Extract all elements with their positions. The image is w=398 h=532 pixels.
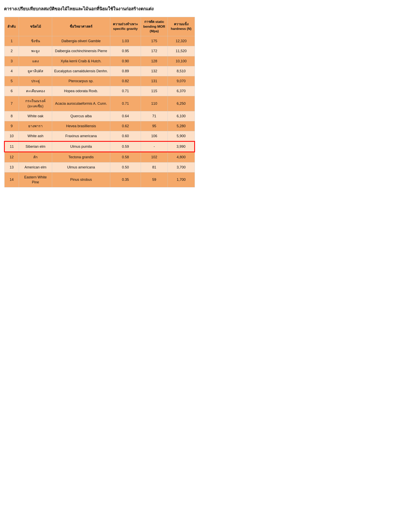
cell-sg: 0.90	[110, 56, 141, 66]
cell-scientific: Ulmus pumila	[52, 141, 110, 152]
cell-hardness: 12,320	[168, 36, 195, 46]
cell-species: กระถินณรงค์ (อะเคเซีย)	[19, 96, 52, 111]
cell-num: 12	[4, 152, 19, 162]
cell-hardness: 1,700	[168, 172, 195, 187]
cell-sg: 0.71	[110, 86, 141, 96]
cell-hardness: 8,510	[168, 66, 195, 76]
cell-num: 1	[4, 36, 19, 46]
table-row: 3แดงXylia kerrii Craib & Hutch.0.9012810…	[4, 56, 195, 66]
cell-scientific: Eucalyptus camaldulensis Denhn.	[52, 66, 110, 76]
page-title: ตารางเปรียบเทียบกลสมบัติของไม้ไทยและไม้น…	[4, 6, 195, 12]
cell-num: 6	[4, 86, 19, 96]
header-hardness: ความแข็ง hardness (N)	[168, 17, 195, 36]
cell-sg: 0.58	[110, 152, 141, 162]
cell-species: แดง	[19, 56, 52, 66]
cell-scientific: Hopea odorata Roxb.	[52, 86, 110, 96]
table-row: 8White oakQuercus alba0.64716,100	[4, 111, 195, 121]
cell-bending: 59	[141, 172, 168, 187]
cell-scientific: Pinus strobus	[52, 172, 110, 187]
cell-hardness: 9,070	[168, 76, 195, 86]
cell-species: ยูคาลิปตัส	[19, 66, 52, 76]
cell-sg: 1.03	[110, 36, 141, 46]
cell-bending: 132	[141, 66, 168, 76]
cell-hardness: 10,100	[168, 56, 195, 66]
cell-species: พะยูง	[19, 46, 52, 56]
cell-num: 9	[4, 121, 19, 131]
cell-num: 8	[4, 111, 19, 121]
cell-sg: 0.71	[110, 96, 141, 111]
cell-hardness: 3,700	[168, 162, 195, 172]
header-scientific: ชื่อวิทยาศาสตร์	[52, 17, 110, 36]
cell-hardness: 3,990	[168, 141, 195, 152]
cell-species: สัก	[19, 152, 52, 162]
cell-scientific: Quercus alba	[52, 111, 110, 121]
cell-bending: 131	[141, 76, 168, 86]
cell-num: 2	[4, 46, 19, 56]
header-species: ชนิดไม้	[19, 17, 52, 36]
cell-sg: 0.62	[110, 121, 141, 131]
cell-hardness: 5,900	[168, 131, 195, 142]
table-row: 12สักTectona grandis0.581024,800	[4, 152, 195, 162]
cell-species: ตะเคียนทอง	[19, 86, 52, 96]
cell-sg: 0.60	[110, 131, 141, 142]
cell-species: ยางพารา	[19, 121, 52, 131]
cell-num: 11	[4, 141, 19, 152]
table-row: 11Siberian elmUlmus pumila0.59-3,990	[4, 141, 195, 152]
cell-scientific: Pterocarpus sp.	[52, 76, 110, 86]
cell-num: 7	[4, 96, 19, 111]
cell-bending: 81	[141, 162, 168, 172]
cell-hardness: 4,800	[168, 152, 195, 162]
cell-num: 3	[4, 56, 19, 66]
cell-num: 13	[4, 162, 19, 172]
cell-bending: 128	[141, 56, 168, 66]
cell-sg: 0.89	[110, 66, 141, 76]
cell-scientific: Dalbergia cochinchinensis Pierre	[52, 46, 110, 56]
cell-scientific: Fraxinus americana	[52, 131, 110, 142]
header-bending: การดัด static bending MOR (Mpa)	[141, 17, 168, 36]
table-row: 7กระถินณรงค์ (อะเคเซีย)Acacia auroculaef…	[4, 96, 195, 111]
cell-num: 4	[4, 66, 19, 76]
cell-hardness: 6,100	[168, 111, 195, 121]
cell-sg: 0.59	[110, 141, 141, 152]
cell-hardness: 11,520	[168, 46, 195, 56]
cell-bending: -	[141, 141, 168, 152]
table-row: 2พะยูงDalbergia cochinchinensis Pierre0.…	[4, 46, 195, 56]
cell-hardness: 6,250	[168, 96, 195, 111]
cell-species: ประดู่	[19, 76, 52, 86]
cell-num: 14	[4, 172, 19, 187]
cell-species: White ash	[19, 131, 52, 142]
table-row: 6ตะเคียนทองHopea odorata Roxb.0.711156,3…	[4, 86, 195, 96]
cell-sg: 0.64	[110, 111, 141, 121]
cell-scientific: Tectona grandis	[52, 152, 110, 162]
comparison-table: ลำดับ ชนิดไม้ ชื่อวิทยาศาสตร์ ความถ่วงจำ…	[4, 17, 195, 187]
cell-bending: 110	[141, 96, 168, 111]
cell-hardness: 6,370	[168, 86, 195, 96]
cell-species: American elm	[19, 162, 52, 172]
table-row: 4ยูคาลิปตัสEucalyptus camaldulensis Denh…	[4, 66, 195, 76]
cell-sg: 0.95	[110, 46, 141, 56]
table-row: 13American elmUlmus americana0.50813,700	[4, 162, 195, 172]
cell-species: ชิงชัน	[19, 36, 52, 46]
cell-species: Siberian elm	[19, 141, 52, 152]
cell-species: White oak	[19, 111, 52, 121]
cell-scientific: Dalbergia oliveri Gamble	[52, 36, 110, 46]
header-sg: ความถ่วงจำเพาะ specific gravity	[110, 17, 141, 36]
cell-bending: 106	[141, 131, 168, 142]
header-num: ลำดับ	[4, 17, 19, 36]
cell-bending: 102	[141, 152, 168, 162]
table-row: 14Eastern White PinePinus strobus0.35591…	[4, 172, 195, 187]
cell-num: 5	[4, 76, 19, 86]
cell-sg: 0.35	[110, 172, 141, 187]
cell-sg: 0.50	[110, 162, 141, 172]
cell-bending: 175	[141, 36, 168, 46]
cell-bending: 71	[141, 111, 168, 121]
cell-bending: 95	[141, 121, 168, 131]
cell-bending: 115	[141, 86, 168, 96]
cell-species: Eastern White Pine	[19, 172, 52, 187]
table-row: 9ยางพาราHevea brasilliensis0.62955,280	[4, 121, 195, 131]
table-row: 5ประดู่Pterocarpus sp.0.821319,070	[4, 76, 195, 86]
cell-num: 10	[4, 131, 19, 142]
header-row: ลำดับ ชนิดไม้ ชื่อวิทยาศาสตร์ ความถ่วงจำ…	[4, 17, 195, 36]
cell-scientific: Hevea brasilliensis	[52, 121, 110, 131]
table-row: 1ชิงชันDalbergia oliveri Gamble1.0317512…	[4, 36, 195, 46]
